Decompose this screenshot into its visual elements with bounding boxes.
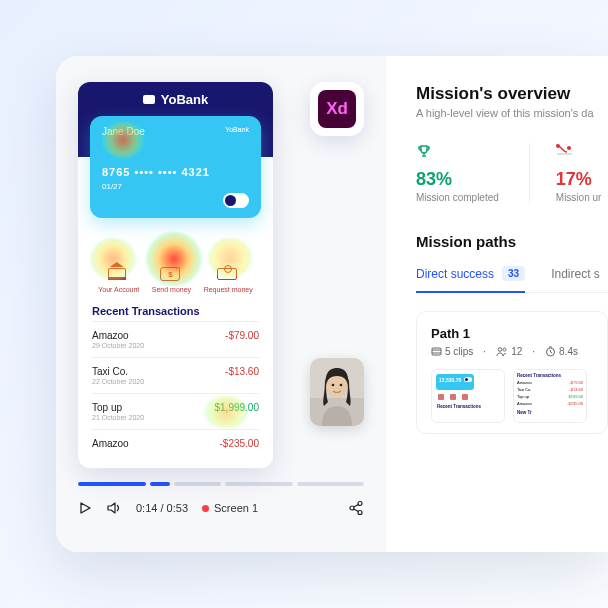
svg-point-10: [557, 145, 560, 148]
transaction-amount: -$79.00: [225, 330, 259, 341]
svg-point-4: [340, 384, 343, 387]
play-button[interactable]: [78, 501, 92, 515]
transaction-row[interactable]: Amazoo -$235.00: [92, 429, 259, 458]
action-account[interactable]: Your Account: [98, 265, 139, 293]
tab-indirect[interactable]: Indirect s: [551, 266, 600, 292]
send-money-icon: $: [160, 267, 180, 281]
incomplete-percent: 17%: [556, 169, 602, 190]
people-meta: 12: [496, 346, 522, 357]
transaction-row[interactable]: Taxi Co.22 October 2020 -$13.60: [92, 357, 259, 393]
path-tabs: Direct success 33 Indirect s: [416, 266, 608, 293]
transaction-amount: -$13.60: [225, 366, 259, 377]
record-dot-icon: [202, 505, 209, 512]
share-button[interactable]: [348, 500, 364, 516]
completed-label: Mission completed: [416, 192, 499, 203]
svg-point-16: [498, 348, 502, 352]
trend-down-icon: [556, 143, 602, 159]
action-request-money[interactable]: Request money: [204, 265, 253, 293]
app-logo-icon: [143, 95, 155, 104]
transaction-row[interactable]: Amazoo29 October 2020 -$79.00: [92, 321, 259, 357]
tab-count-badge: 33: [502, 266, 525, 281]
scrub-bar[interactable]: [78, 482, 364, 486]
duration-meta: 8.4s: [545, 346, 578, 357]
stat-incomplete: 17% Mission ur: [529, 143, 602, 203]
svg-point-7: [358, 511, 362, 515]
svg-line-9: [354, 509, 359, 512]
adobe-xd-badge[interactable]: Xd: [310, 82, 364, 136]
action-send-money[interactable]: $ Send money: [152, 265, 191, 293]
phone-mockup: YoBank Jane Doe YoBank 8765 •••• •••• 43…: [78, 82, 273, 468]
transaction-amount: $1,999.00: [215, 402, 260, 413]
card-toggle[interactable]: [223, 193, 249, 208]
playback-time: 0:14 / 0:53: [136, 502, 188, 514]
transaction-amount: -$235.00: [220, 438, 259, 449]
player-controls: 0:14 / 0:53 Screen 1: [56, 468, 386, 516]
path-title: Path 1: [431, 326, 593, 341]
overview-panel: Mission's overview A high-level view of …: [386, 56, 608, 552]
overview-subtitle: A high-level view of this mission's da: [416, 107, 608, 119]
card-expiry: 01/27: [102, 182, 122, 191]
svg-line-8: [354, 505, 359, 508]
incomplete-label: Mission ur: [556, 192, 602, 203]
sound-button[interactable]: [106, 501, 122, 515]
svg-rect-13: [432, 348, 441, 355]
tab-direct-success[interactable]: Direct success 33: [416, 266, 525, 293]
svg-point-5: [358, 502, 362, 506]
stat-completed: 83% Mission completed: [416, 143, 499, 203]
transactions-title: Recent Transactions: [92, 305, 259, 321]
people-icon: [496, 346, 508, 357]
path-card[interactable]: Path 1 5 clips · 12 · 8.4s: [416, 311, 608, 434]
path-thumbnail[interactable]: Recent Transactions Amazoo-$79.00 Taxi C…: [513, 369, 587, 423]
svg-point-17: [503, 348, 506, 351]
clips-icon: [431, 346, 442, 357]
svg-point-6: [350, 506, 354, 510]
participant-avatar[interactable]: [310, 358, 364, 426]
card-number: 8765 •••• •••• 4321: [102, 166, 210, 178]
svg-point-11: [568, 147, 571, 150]
player-panel: YoBank Jane Doe YoBank 8765 •••• •••• 43…: [56, 56, 386, 552]
svg-point-3: [332, 384, 335, 387]
action-request-label: Request money: [204, 286, 253, 293]
action-send-label: Send money: [152, 286, 191, 293]
card-bank-label: YoBank: [225, 126, 249, 133]
adobe-xd-icon: Xd: [318, 90, 356, 128]
overview-title: Mission's overview: [416, 84, 608, 104]
clips-meta: 5 clips: [431, 346, 473, 357]
request-money-icon: [217, 268, 237, 280]
bank-icon: [108, 268, 126, 280]
action-account-label: Your Account: [98, 286, 139, 293]
trophy-icon: [416, 143, 499, 159]
screen-indicator: Screen 1: [202, 502, 258, 514]
transaction-row[interactable]: Top up21 October 2020 $1,999.00: [92, 393, 259, 429]
app-window: YoBank Jane Doe YoBank 8765 •••• •••• 43…: [56, 56, 608, 552]
path-thumbnail[interactable]: 12,530.70 Recent Transactions: [431, 369, 505, 423]
paths-title: Mission paths: [416, 233, 608, 250]
app-name: YoBank: [161, 92, 208, 107]
completed-percent: 83%: [416, 169, 499, 190]
clock-icon: [545, 346, 556, 357]
bank-card[interactable]: Jane Doe YoBank 8765 •••• •••• 4321 01/2…: [90, 116, 261, 218]
